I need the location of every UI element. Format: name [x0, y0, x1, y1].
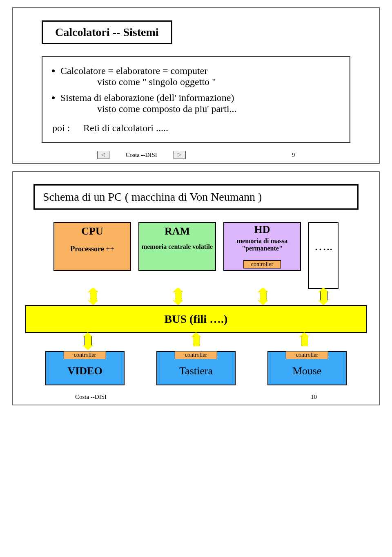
slide2-title: Schema di un PC ( macchina di Von Neuman…: [33, 184, 359, 210]
video-block: controller VIDEO: [45, 351, 125, 385]
arrow-hd-bus: [258, 288, 268, 304]
tastiera-label: Tastiera: [157, 365, 235, 377]
ram-block: RAM memoria centrale volatile: [138, 222, 216, 271]
footer-page: 10: [311, 394, 317, 400]
footer-author: Costa --DISI: [126, 152, 157, 159]
arrow-tastiera-bus: [191, 333, 201, 349]
bullet-sistema: Sistema di elaborazione (dell' informazi…: [60, 92, 340, 114]
slide2-footer: Costa --DISI 10: [21, 394, 371, 400]
next-button[interactable]: ▷: [174, 151, 186, 159]
hd-label: HD: [226, 224, 298, 236]
ram-sub: memoria centrale volatile: [141, 243, 214, 251]
slide1-footer: ◁ Costa --DISI ▷ 9: [29, 151, 363, 159]
arrow-ext-bus: [318, 288, 329, 304]
footer-author: Costa --DISI: [75, 394, 107, 400]
cpu-label: CPU: [56, 225, 129, 237]
arrow-cpu-bus: [88, 288, 98, 304]
footer-page: 9: [292, 152, 295, 159]
bullet2-line2: visto come composto da piu' parti...: [97, 103, 237, 114]
slide1-body: Calcolatore = elaboratore = computer vis…: [42, 56, 350, 143]
bottom-arrows: [38, 333, 354, 351]
hd-sub1: memoria di massa: [226, 237, 298, 245]
arrow-ram-bus: [173, 288, 183, 304]
hd-block: HD memoria di massa "permanente" control…: [223, 222, 301, 271]
bullet1-line2: visto come " singolo oggetto ": [97, 76, 216, 87]
bullet1-line1: Calcolatore = elaboratore = computer: [60, 65, 207, 76]
mouse-controller: controller: [286, 351, 328, 359]
slide-1: Calcolatori -- Sistemi Calcolatore = ela…: [12, 7, 380, 164]
bullet-calcolatore: Calcolatore = elaboratore = computer vis…: [60, 65, 340, 87]
poi-label: poi :: [52, 123, 81, 134]
tastiera-controller: controller: [175, 351, 217, 359]
cpu-sub: Processore ++: [56, 245, 129, 253]
bullet2-line1: Sistema di elaborazione (dell' informazi…: [60, 92, 234, 103]
video-label: VIDEO: [46, 365, 124, 377]
slide-2: Schema di un PC ( macchina di Von Neuman…: [12, 171, 380, 405]
poi-text: Reti di calcolatori .....: [83, 123, 168, 133]
prev-button[interactable]: ◁: [97, 151, 109, 159]
hd-sub2: "permanente": [226, 245, 298, 252]
mouse-block: controller Mouse: [267, 351, 347, 385]
arrow-video-bus: [82, 333, 93, 349]
top-arrows: [25, 288, 367, 306]
arrow-mouse-bus: [299, 333, 310, 349]
component-row: CPU Processore ++ RAM memoria centrale v…: [25, 222, 367, 289]
bus-bar: BUS (fili ….): [25, 305, 367, 333]
cpu-block: CPU Processore ++: [53, 222, 131, 271]
slide1-title: Calcolatori -- Sistemi: [42, 20, 172, 44]
ellipsis-block: …..: [308, 222, 339, 289]
ram-label: RAM: [141, 225, 214, 237]
video-controller: controller: [64, 351, 106, 359]
hd-controller: controller: [243, 260, 281, 268]
mouse-label: Mouse: [268, 365, 346, 377]
io-row: controller VIDEO controller Tastiera con…: [38, 351, 354, 385]
tastiera-block: controller Tastiera: [156, 351, 236, 385]
